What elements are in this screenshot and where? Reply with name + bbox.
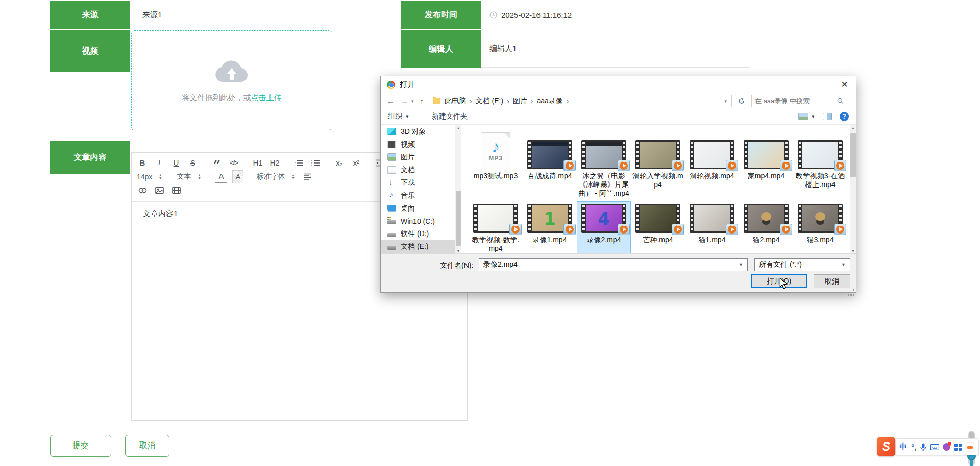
sidebar-item[interactable]: 软件 (D:) <box>381 227 455 240</box>
upload-dropzone[interactable]: 将文件拖到此处，或点击上传 <box>131 30 332 130</box>
link-icon[interactable] <box>137 184 148 197</box>
heading2-button[interactable]: H2 <box>269 156 280 170</box>
heading1-button[interactable]: H1 <box>252 156 263 170</box>
superscript-button[interactable]: x² <box>351 156 362 170</box>
sidebar-scrollbar[interactable]: ▲ ▼ <box>455 125 461 254</box>
close-icon[interactable]: ✕ <box>833 76 856 93</box>
dialog-cancel-button[interactable]: 取消 <box>814 274 850 288</box>
toolbox-grid-icon[interactable] <box>954 444 962 451</box>
history-dropdown-icon[interactable]: ▾ <box>411 99 414 104</box>
breadcrumb-separator-icon[interactable]: › <box>528 97 536 105</box>
text-color-button[interactable]: A <box>215 170 227 183</box>
filename-input[interactable] <box>483 261 739 269</box>
subscript-button[interactable]: x₂ <box>334 156 345 170</box>
file-item[interactable]: 教学视频-数学.mp4 <box>469 202 522 254</box>
sidebar-item[interactable]: 视频 <box>381 138 455 151</box>
image-icon[interactable] <box>154 184 165 197</box>
file-item[interactable]: 4 录像2.mp4 <box>577 202 630 254</box>
file-item[interactable]: 百战成诗.mp4 <box>523 127 576 199</box>
organize-button[interactable]: 组织 ▼ <box>388 112 409 121</box>
file-item[interactable]: 冰之翼（电影《冰峰暴》片尾曲） - 阿兰.mp4 <box>577 127 630 199</box>
breadcrumb-separator-icon[interactable]: › <box>564 97 572 105</box>
play-badge-icon <box>834 160 846 171</box>
code-block-icon[interactable] <box>228 156 239 170</box>
breadcrumb-separator-icon[interactable]: › <box>504 97 512 105</box>
breadcrumb-segment[interactable]: aaa录像 <box>536 97 564 106</box>
paragraph-format-select[interactable]: 文本 ▴▾ <box>177 172 200 181</box>
sidebar-item[interactable]: 图片 <box>381 151 455 164</box>
scrollbar-thumb[interactable] <box>850 133 856 177</box>
file-item[interactable]: 家mp4.mp4 <box>740 127 793 199</box>
file-item[interactable]: 猫3.mp4 <box>794 202 847 254</box>
sidebar-item[interactable]: 桌面 <box>381 202 455 215</box>
file-item[interactable]: ♪ MP3 mp3测试.mp3 <box>469 127 522 199</box>
font-size-select[interactable]: 14px ▴▾ <box>137 173 161 181</box>
dialog-titlebar[interactable]: 打开 ✕ <box>381 76 856 93</box>
filetype-combobox[interactable]: 所有文件 (*.*) ▼ <box>754 258 850 271</box>
search-box[interactable] <box>751 95 847 107</box>
file-list-scrollbar[interactable]: ▲ ▼ <box>850 125 856 254</box>
sidebar-item[interactable]: 文档 <box>381 164 455 176</box>
sidebar-item[interactable]: 文档 (E:) <box>381 240 455 253</box>
breadcrumb-separator-icon[interactable]: › <box>467 97 475 105</box>
view-mode-button[interactable]: ▼ <box>798 113 815 120</box>
sidebar-item[interactable]: Win10 (C:) <box>381 215 455 227</box>
back-icon[interactable]: ← <box>387 97 395 105</box>
dialog-sidebar: 3D 对象 视频 图片 文档 下载 音乐 桌面 Win10 (C:) 软件 (D… <box>381 125 455 254</box>
documents-icon <box>387 166 396 174</box>
upload-click-link[interactable]: 点击上传 <box>251 93 282 102</box>
chinese-mode-icon[interactable]: 中 <box>900 442 908 452</box>
play-badge-icon <box>564 224 576 235</box>
align-icon[interactable] <box>302 170 313 183</box>
submit-button[interactable]: 提交 <box>50 435 111 457</box>
highlight-color-button[interactable]: A <box>232 170 243 183</box>
file-item[interactable]: 1 录像1.mp4 <box>523 202 576 254</box>
mouse-cursor <box>779 278 789 289</box>
help-icon[interactable]: ? <box>840 112 849 121</box>
up-icon[interactable]: ↑ <box>420 97 424 105</box>
search-input[interactable] <box>755 97 837 105</box>
sidebar-item[interactable]: 3D 对象 <box>381 125 455 138</box>
file-name: 芒种.mp4 <box>643 236 673 244</box>
breadcrumb-segment[interactable]: 文档 (E:) <box>475 97 504 106</box>
scroll-up-icon[interactable]: ▲ <box>455 125 461 131</box>
refresh-icon[interactable] <box>735 95 747 107</box>
file-item[interactable]: 猫2.mp4 <box>740 202 793 254</box>
scroll-up-icon[interactable]: ▲ <box>850 125 856 131</box>
scrollbar-thumb[interactable] <box>456 191 461 246</box>
ordered-list-icon[interactable] <box>293 156 304 170</box>
breadcrumb-segment[interactable]: 此电脑 <box>444 97 467 106</box>
sogou-logo[interactable]: S <box>877 437 895 456</box>
skin-icon[interactable] <box>943 443 950 451</box>
file-item[interactable]: 芒种.mp4 <box>631 202 684 254</box>
file-item[interactable]: 滑轮视频.mp4 <box>685 127 739 199</box>
strikethrough-button[interactable]: S <box>187 156 199 170</box>
font-family-select[interactable]: 标准字体 ▴▾ <box>256 172 294 181</box>
keyboard-icon[interactable] <box>930 444 939 450</box>
resize-grip[interactable] <box>853 289 854 291</box>
forward-icon[interactable]: → <box>401 97 408 105</box>
page-cancel-button[interactable]: 取消 <box>125 435 169 457</box>
unordered-list-icon[interactable] <box>310 156 321 170</box>
microphone-icon[interactable] <box>920 443 926 451</box>
address-dropdown-icon[interactable]: ▾ <box>725 99 729 104</box>
filename-combobox[interactable]: ▼ <box>479 258 748 271</box>
file-item[interactable]: 猫1.mp4 <box>685 202 739 254</box>
blockquote-icon[interactable] <box>211 156 223 170</box>
bold-button[interactable]: B <box>137 156 148 170</box>
file-item[interactable]: 滑轮入学视频.mp4 <box>631 127 684 199</box>
chevron-down-icon[interactable]: ▼ <box>739 262 743 267</box>
sidebar-item[interactable]: 下载 <box>381 176 455 189</box>
preview-pane-icon[interactable] <box>823 113 832 120</box>
italic-button[interactable]: I <box>154 156 165 170</box>
dialog-title: 打开 <box>400 80 415 89</box>
new-folder-button[interactable]: 新建文件夹 <box>432 112 468 121</box>
video-icon[interactable] <box>170 184 182 197</box>
emoji-icon[interactable] <box>965 442 974 452</box>
sidebar-item[interactable]: 音乐 <box>381 189 455 202</box>
file-item[interactable]: 教学视频3-在酒楼上.mp4 <box>794 127 847 199</box>
underline-button[interactable]: U <box>170 156 182 170</box>
address-bar[interactable]: 此电脑›文档 (E:)›图片›aaa录像› ▾ <box>430 95 732 107</box>
punctuation-icon[interactable]: °, <box>911 442 916 451</box>
breadcrumb-segment[interactable]: 图片 <box>512 97 528 106</box>
